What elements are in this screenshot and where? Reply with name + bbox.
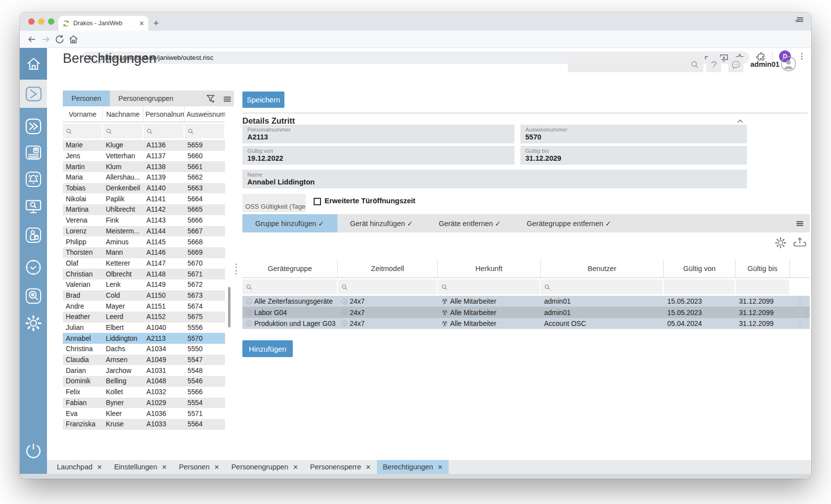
column-header-gueltig-bis[interactable]: Gültig bis (736, 260, 790, 277)
bottom-bar-menu-icon[interactable] (796, 15, 804, 24)
column-header-benutzer[interactable]: Benutzer (541, 260, 664, 277)
sidebar-item-reports[interactable] (24, 287, 43, 305)
person-row[interactable]: Fabian Byner A1029 5554 (63, 398, 225, 409)
tab-close-icon[interactable]: ✕ (139, 20, 144, 27)
filter-add-icon[interactable] (205, 93, 217, 104)
info-icon[interactable] (246, 320, 252, 326)
column-header-herkunft[interactable]: Herkunft (438, 260, 541, 277)
person-row[interactable]: Olaf Ketterer A1147 5670 (63, 258, 225, 269)
action-tab[interactable]: Geräte entfernen ✓ (426, 214, 514, 232)
person-row[interactable]: Annabel Liddington A2113 5570 (63, 333, 225, 344)
close-tab-icon[interactable]: ✕ (438, 463, 443, 471)
info-icon[interactable] (341, 298, 348, 305)
module-tab[interactable]: Personen ✕ (173, 460, 226, 474)
column-header-geraetegruppe[interactable]: Gerätegruppe (242, 260, 338, 277)
sidebar-item-badges[interactable] (24, 143, 43, 162)
sidebar-logout-power-icon[interactable] (24, 441, 43, 459)
filter-input-benutzer[interactable] (541, 279, 663, 294)
sidebar-item-device-search[interactable] (24, 197, 43, 216)
device-group-row[interactable]: Alle Zeiterfassungsgeräte 24x7 (242, 296, 810, 307)
sidebar-item-visitors[interactable] (24, 226, 43, 244)
save-button[interactable]: Speichern (242, 92, 284, 108)
panel-splitter-handle[interactable] (234, 264, 237, 275)
sidebar-item-home[interactable] (20, 48, 47, 80)
column-header-nachname[interactable]: Nachname (103, 106, 143, 122)
person-row[interactable]: Franziska Kruse A1033 5564 (63, 419, 225, 430)
feedback-chat-button[interactable] (728, 57, 743, 72)
column-header-vorname[interactable]: Vorname (63, 106, 103, 122)
personalnummer-field[interactable]: Personalnummer A2113 (242, 125, 514, 143)
close-tab-icon[interactable]: ✕ (214, 463, 220, 471)
sidebar-item-active-module[interactable] (20, 80, 47, 108)
info-icon[interactable] (341, 309, 348, 316)
module-tab[interactable]: Personengruppen ✕ (226, 460, 304, 474)
person-row[interactable]: Claudia Arnsen A1049 5547 (63, 355, 225, 366)
person-row[interactable]: Christina Dachs A1034 5550 (63, 344, 225, 355)
person-row[interactable]: Christian Olbrecht A1148 5671 (63, 269, 225, 279)
info-icon[interactable] (341, 320, 348, 326)
column-header-ausweisnummer[interactable]: Ausweisnummer (185, 106, 225, 122)
person-row[interactable]: Andre Mayer A1151 5674 (63, 301, 225, 312)
person-row[interactable]: Felix Kollet A1032 5566 (63, 387, 225, 398)
person-row[interactable]: Eva Kleer A1036 5571 (63, 408, 225, 419)
person-row[interactable]: Martin Klum A1138 5661 (63, 161, 225, 172)
module-tab[interactable]: Einstellungen ✕ (108, 460, 173, 474)
person-list-scrollbar[interactable] (228, 287, 231, 327)
tab-personen[interactable]: Personen (63, 91, 110, 106)
delete-row-trash-icon[interactable] (796, 320, 804, 327)
gueltig-bis-field[interactable]: Gültig bis 31.12.2029 (520, 146, 747, 165)
reload-icon[interactable] (54, 34, 65, 45)
erweiterte-tueroeffnungszeit-checkbox[interactable] (314, 198, 321, 205)
filter-input-zeitmodell[interactable] (338, 279, 437, 294)
home-icon[interactable] (68, 34, 79, 45)
person-row[interactable]: Thorsten Mann A1146 5669 (63, 247, 225, 258)
user-avatar[interactable] (781, 56, 796, 72)
filter-input-nachname[interactable] (103, 124, 142, 138)
person-row[interactable]: Jens Vetterhan A1137 5660 (63, 151, 225, 162)
action-tabs-menu-icon[interactable] (795, 219, 805, 228)
device-group-row[interactable]: Labor G04 24x7 (242, 307, 810, 318)
person-row[interactable]: Maria Allershau... A1139 5662 (63, 172, 225, 183)
person-row[interactable]: Marie Kluge A1136 5659 (63, 140, 225, 151)
delete-row-trash-icon[interactable] (796, 297, 804, 305)
person-row[interactable]: Tobias Denkenbeil A1140 5663 (63, 183, 225, 194)
export-upload-icon[interactable] (793, 236, 807, 249)
list-menu-icon[interactable] (223, 94, 232, 104)
forward-icon[interactable] (41, 34, 51, 45)
column-header-zeitmodell[interactable]: Zeitmodell (338, 260, 438, 277)
browser-menu-kebab-icon[interactable] (797, 52, 806, 61)
filter-input-vorname[interactable] (63, 124, 102, 138)
delete-row-trash-icon[interactable] (796, 309, 804, 317)
person-row[interactable]: Julian Elbert A1040 5556 (63, 322, 225, 333)
person-row[interactable]: Nikolai Paplik A1141 5664 (63, 193, 225, 204)
browser-tab[interactable]: Drakos - JaniWeb ✕ (58, 16, 148, 31)
action-tab[interactable]: Gerät hinzufügen ✓ (337, 214, 426, 232)
person-row[interactable]: Verena Fink A1143 5666 (63, 215, 225, 226)
column-header-gueltig-von[interactable]: Gültig von (664, 260, 736, 277)
back-icon[interactable] (27, 34, 37, 45)
person-row[interactable]: Brad Cold A1150 5673 (63, 290, 225, 301)
person-row[interactable]: Dominik Belling A1048 5546 (63, 376, 225, 387)
filter-input-ausweisnummer[interactable] (185, 124, 224, 138)
sidebar-item-notifications[interactable] (24, 170, 43, 188)
filter-input-herkunft[interactable] (438, 279, 540, 294)
close-tab-icon[interactable]: ✕ (293, 463, 298, 471)
column-header-personalnummer[interactable]: Personalnummer (143, 106, 185, 122)
action-tab[interactable]: Gruppe hinzufügen ✓ (242, 214, 337, 232)
person-row[interactable]: Valerian Lenk A1149 5672 (63, 279, 225, 290)
sidebar-item-settings[interactable] (24, 314, 43, 332)
person-row[interactable]: Martina Uhlbrecht A1142 5665 (63, 204, 225, 215)
close-tab-icon[interactable]: ✕ (97, 463, 102, 471)
module-tab[interactable]: Launchpad ✕ (51, 460, 108, 474)
help-button[interactable]: ? (706, 57, 721, 72)
action-tab[interactable]: Gerätegruppe entfernen ✓ (514, 214, 624, 232)
filter-input-gueltig-von[interactable] (664, 279, 735, 294)
oss-gueltigkeit-field[interactable]: OSS Gültigkeit (Tage) (242, 194, 306, 212)
zoom-window-button[interactable] (48, 18, 54, 25)
add-button[interactable]: Hinzufügen (242, 340, 293, 357)
person-row[interactable]: Heather Leerd A1152 5675 (63, 312, 225, 322)
extensions-puzzle-icon[interactable] (756, 51, 766, 61)
global-search-input[interactable] (568, 57, 703, 72)
filter-input-geraetegruppe[interactable] (242, 279, 337, 294)
filter-input-personalnummer[interactable] (143, 124, 184, 138)
